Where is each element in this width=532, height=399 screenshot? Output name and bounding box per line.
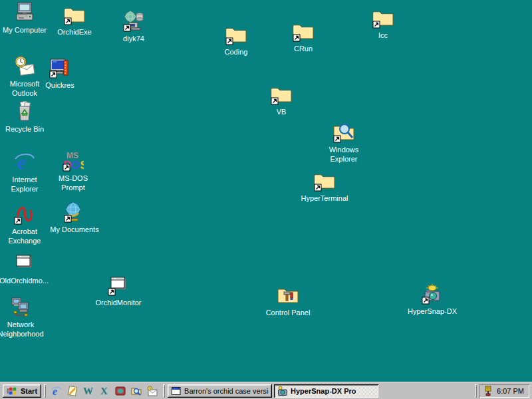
quicklaunch-excel-button[interactable]: X [96,384,112,398]
desktop-icon-label: OldOrchidmo... [0,277,49,286]
folder-icon [314,170,335,192]
desktop-icon-label: Acrobat Exchange [9,227,41,246]
recycle-icon [14,101,35,122]
desktop-icon-label: Quickres [45,81,74,90]
folder-icon [293,21,314,42]
desktop-icon-label: HyperTerminal [301,194,348,203]
desktop-icon-label: CRun [294,45,313,54]
taskbar-grip[interactable] [163,384,165,398]
windows-logo-icon [7,386,18,396]
folder-search-icon [333,122,354,143]
desktop-icon-crun[interactable]: CRun [270,21,336,54]
desktop-icon-quickres[interactable]: Quickres [27,57,93,90]
quick-launch-bar: eWX [49,384,160,398]
ql-ppt-icon [115,386,126,396]
ql-mail-icon [147,386,158,396]
quicklaunch-mail-button[interactable] [144,384,160,398]
tray-device-icon[interactable] [483,386,493,396]
quickres-icon [49,57,70,78]
desktop-icon-oldorchidmo[interactable]: OldOrchidmo... [0,253,57,286]
desktop-icon-label: OrchidExe [57,28,91,37]
camera-small-icon [277,386,288,396]
desktop-icon-msdos-prompt[interactable]: MSDOSMS-DOS Prompt [40,150,106,193]
ql-ie-icon: e [51,386,62,396]
acrobat-icon [14,203,35,225]
desktop-icon-label: Recycle Bin [5,125,44,134]
desktop-icon-label: Network Neighborhood [0,321,44,339]
svg-text:W: W [83,386,93,396]
camera-icon [422,283,443,305]
folder-icon [271,84,292,105]
desktop-icon-vb[interactable]: VB [248,84,315,117]
tray-clock: 6:07 PM [497,387,524,395]
ql-excel-icon: X [99,386,110,396]
window-doc-icon [171,386,182,396]
taskbar: Start eWX Barron's orchid case versio...… [0,382,532,399]
desktop-icon-orchidexe[interactable]: OrchidExe [41,4,108,37]
desktop-icon-windows-explorer[interactable]: Windows Explorer [311,122,377,164]
desktop-icon-label: MS-DOS Prompt [59,174,88,193]
setup-icon [123,11,144,32]
desktop-icon-label: Control Panel [266,309,311,318]
taskbar-grip[interactable] [475,384,477,398]
folder-icon [64,4,85,25]
desktop: My ComputerOrchidExediyk74CodingCRunIccM… [0,0,532,382]
desktop-icon-label: Windows Explorer [329,146,359,164]
desktop-icon-label: VB [277,108,287,117]
task-button-hypersnap[interactable]: HyperSnap-DX Pro [274,384,378,398]
ql-journal-icon [67,386,78,396]
window-icon [108,275,129,296]
task-button-label: Barron's orchid case versio... [184,387,269,395]
desktop-icon-my-documents[interactable]: My Documents [41,201,108,235]
quicklaunch-powerpoint-button[interactable] [112,384,128,398]
desktop-icon-label: diyk74 [123,35,144,44]
system-tray: 6:07 PM [479,384,529,398]
folder-tools-icon [277,285,299,306]
desktop-icon-label: My Computer [3,26,47,35]
start-button-label: Start [21,387,37,395]
quicklaunch-word-button[interactable]: W [80,384,96,398]
desktop-icon-label: OrchidMonitor [95,299,141,308]
start-button[interactable]: Start [3,384,41,398]
desktop-icon-icc[interactable]: Icc [350,7,416,41]
desktop-icon-hyperterminal[interactable]: HyperTerminal [291,170,358,203]
ql-word-icon: W [83,386,94,396]
desktop-icon-label: Icc [378,31,388,41]
desktop-icon-hypersnap-dx[interactable]: HyperSnap-DX [399,283,466,317]
ql-find-icon [131,386,142,396]
desktop-icon-control-panel[interactable]: Control Panel [255,285,321,318]
desktop-icon-label: HyperSnap-DX [408,307,457,317]
taskbar-grip[interactable] [44,384,46,398]
desktop-icon-network-neighborhood[interactable]: Network Neighborhood [0,297,54,339]
network-icon [10,297,31,318]
msdos-icon: MSDOS [63,150,84,172]
window-icon [13,253,35,274]
quicklaunch-internet-explorer-button[interactable]: e [49,384,65,398]
desktop-icon-label: Internet Explorer [11,176,39,194]
task-button-area: Barron's orchid case versio...HyperSnap-… [168,384,380,398]
desktop-icon-recycle-bin[interactable]: Recycle Bin [0,101,58,134]
desktop-icon-label: Coding [225,48,248,57]
desktop-icon-diyk74[interactable]: diyk74 [100,11,167,44]
desktop-icon-orchidmonitor[interactable]: OrchidMonitor [85,275,152,308]
folder-icon [372,7,394,29]
computer-icon [14,2,35,23]
ie-icon: e [14,152,35,173]
globe-icon [64,201,85,223]
folder-icon [225,24,247,45]
task-button-label: HyperSnap-DX Pro [291,387,356,395]
task-button-barrons[interactable]: Barron's orchid case versio... [168,384,272,398]
svg-text:X: X [100,386,108,396]
desktop-icon-coding[interactable]: Coding [203,24,269,57]
quicklaunch-find-button[interactable] [128,384,144,398]
quicklaunch-journal-button[interactable] [65,384,80,398]
desktop-icon-label: My Documents [50,225,98,235]
